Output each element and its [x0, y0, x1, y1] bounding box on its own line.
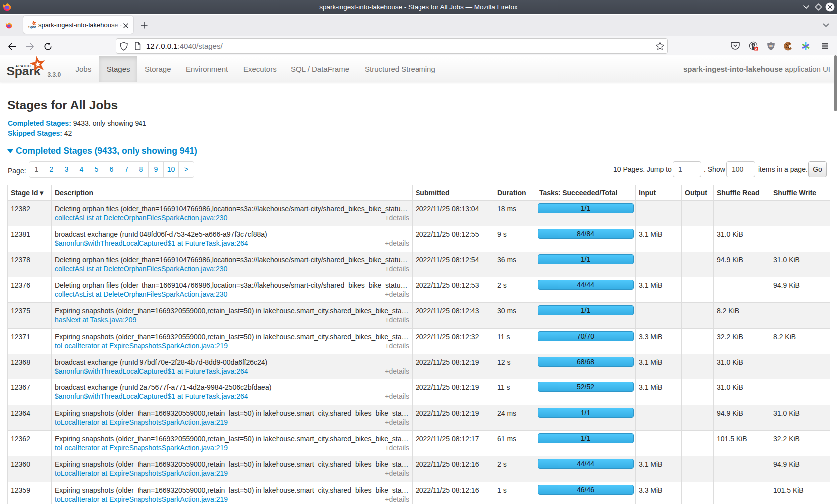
svg-text:APACHE: APACHE	[16, 64, 33, 68]
svg-text:uO: uO	[769, 44, 773, 48]
svg-text:Spark: Spark	[28, 25, 36, 29]
svg-text:3.3.0: 3.3.0	[48, 71, 61, 78]
